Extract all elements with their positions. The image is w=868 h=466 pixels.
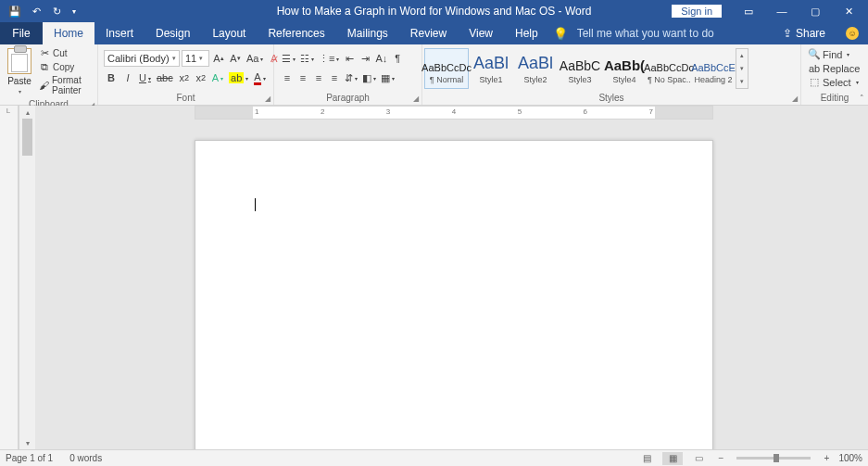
tell-me-icon[interactable]: 💡 — [549, 22, 572, 44]
tab-references[interactable]: References — [257, 22, 335, 44]
style-name: Style1 — [479, 75, 502, 84]
vertical-scrollbar[interactable]: ▴ ▾ — [19, 106, 35, 449]
save-icon[interactable]: 💾 — [6, 1, 24, 21]
find-label: Find — [823, 49, 842, 60]
web-layout-button[interactable]: ▭ — [688, 452, 709, 465]
tell-me-input[interactable]: Tell me what you want to do — [572, 22, 720, 44]
styles-scroll-up[interactable]: ▴ — [736, 49, 748, 62]
align-center-button[interactable]: ≡ — [296, 69, 310, 86]
select-label: Select — [823, 77, 851, 88]
maximize-button[interactable]: ▢ — [799, 1, 831, 21]
sign-in-button[interactable]: Sign in — [672, 5, 722, 18]
style-style1[interactable]: AaBlStyle1 — [469, 48, 513, 89]
group-label-editing: Editing — [801, 92, 868, 105]
shading-button[interactable]: ◧▾ — [360, 69, 378, 86]
font-size-combo[interactable]: 11▾ — [182, 50, 209, 67]
qat-customize-icon[interactable]: ▾ — [69, 1, 80, 21]
style-style3[interactable]: AaBbCStyle3 — [558, 48, 602, 89]
grow-font-button[interactable]: A▴ — [211, 50, 226, 67]
title-bar: 💾 ↶ ↻ ▾ How to Make a Graph in Word for … — [0, 0, 868, 22]
scissors-icon: ✂ — [39, 47, 50, 58]
tab-help[interactable]: Help — [504, 22, 549, 44]
tab-view[interactable]: View — [458, 22, 504, 44]
format-painter-button[interactable]: 🖌Format Painter — [37, 74, 92, 96]
italic-button[interactable]: I — [120, 69, 135, 86]
redo-button[interactable]: ↻ — [48, 1, 65, 21]
word-count[interactable]: 0 words — [69, 453, 102, 463]
print-layout-button[interactable]: ▦ — [662, 452, 683, 465]
replace-button[interactable]: abReplace — [807, 62, 862, 75]
read-mode-button[interactable]: ▤ — [636, 452, 657, 465]
style-heading-2[interactable]: AaBbCcEHeading 2 — [691, 48, 736, 89]
tab-file[interactable]: File — [0, 22, 43, 44]
style-no-spacing[interactable]: AaBbCcDc¶ No Spac... — [647, 48, 691, 89]
scroll-down-button[interactable]: ▾ — [19, 436, 35, 449]
horizontal-ruler[interactable]: 1 2 3 4 5 6 7 — [195, 106, 713, 120]
styles-scroll-down[interactable]: ▾ — [736, 62, 748, 75]
paragraph-dialog-launcher[interactable]: ◢ — [413, 94, 419, 103]
zoom-level[interactable]: 100% — [838, 453, 862, 463]
find-button[interactable]: 🔍Find▾ — [807, 48, 862, 61]
borders-button[interactable]: ▦▾ — [379, 69, 396, 86]
font-name-combo[interactable]: Calibri (Body)▾ — [104, 50, 180, 67]
highlight-button[interactable]: ab▾ — [227, 69, 250, 86]
collapse-ribbon-button[interactable]: ˄ — [860, 94, 864, 103]
strikethrough-button[interactable]: abc — [155, 69, 175, 86]
zoom-out-button[interactable]: − — [714, 452, 727, 465]
style-normal[interactable]: AaBbCcDc¶ Normal — [424, 48, 469, 89]
tab-mailings[interactable]: Mailings — [336, 22, 399, 44]
scroll-track[interactable] — [22, 119, 32, 436]
undo-button[interactable]: ↶ — [28, 1, 44, 21]
font-color-button[interactable]: A▾ — [252, 69, 267, 86]
minimize-button[interactable]: — — [766, 1, 798, 21]
numbering-button[interactable]: ☷▾ — [298, 50, 316, 67]
line-spacing-button[interactable]: ⇵▾ — [343, 69, 359, 86]
style-style2[interactable]: AaBlStyle2 — [513, 48, 558, 89]
bullets-button[interactable]: ☰▾ — [280, 50, 297, 67]
tab-design[interactable]: Design — [145, 22, 201, 44]
increase-indent-button[interactable]: ⇥ — [358, 50, 372, 67]
tab-home[interactable]: Home — [43, 22, 94, 44]
multilevel-list-button[interactable]: ⋮≡▾ — [317, 50, 341, 67]
document-area[interactable] — [19, 120, 851, 449]
styles-expand[interactable]: ▾ — [736, 75, 748, 88]
feedback-button[interactable]: ☺ — [837, 22, 868, 44]
bold-button[interactable]: B — [104, 69, 119, 86]
decrease-indent-button[interactable]: ⇤ — [342, 50, 357, 67]
share-button[interactable]: ⇪ Share — [772, 22, 837, 44]
tab-review[interactable]: Review — [399, 22, 458, 44]
sort-button[interactable]: A↓ — [373, 50, 389, 67]
zoom-slider[interactable] — [736, 457, 811, 460]
subscript-button[interactable]: x2 — [177, 69, 192, 86]
paste-button[interactable]: Paste ▾ — [6, 48, 33, 94]
tab-insert[interactable]: Insert — [94, 22, 145, 44]
justify-button[interactable]: ≡ — [327, 69, 342, 86]
change-case-button[interactable]: Aa▾ — [245, 50, 265, 67]
ruler-corner[interactable]: L — [4, 106, 13, 115]
tab-layout[interactable]: Layout — [201, 22, 257, 44]
page-number[interactable]: Page 1 of 1 — [6, 453, 53, 463]
superscript-button[interactable]: x2 — [194, 69, 208, 86]
cut-button[interactable]: ✂Cut — [37, 46, 92, 59]
ribbon-display-options-icon[interactable]: ▭ — [733, 1, 764, 21]
copy-button[interactable]: ⧉Copy — [37, 60, 92, 73]
close-button[interactable]: ✕ — [833, 1, 864, 21]
select-button[interactable]: ⬚Select▾ — [807, 76, 862, 89]
page[interactable] — [195, 140, 713, 449]
scroll-thumb[interactable] — [22, 119, 32, 156]
underline-button[interactable]: U▾ — [137, 69, 153, 86]
scroll-up-button[interactable]: ▴ — [19, 106, 35, 119]
show-hide-button[interactable]: ¶ — [390, 50, 405, 67]
smiley-icon: ☺ — [846, 27, 859, 40]
styles-dialog-launcher[interactable]: ◢ — [792, 94, 798, 103]
zoom-knob[interactable] — [774, 454, 779, 462]
shrink-font-button[interactable]: A▾ — [228, 50, 243, 67]
align-right-button[interactable]: ≡ — [311, 69, 326, 86]
style-style4[interactable]: AaBb(Style4 — [602, 48, 647, 89]
copy-label: Copy — [53, 62, 74, 72]
status-bar: Page 1 of 1 0 words ▤ ▦ ▭ − + 100% — [0, 449, 868, 466]
text-effects-button[interactable]: A▾ — [210, 69, 225, 86]
font-dialog-launcher[interactable]: ◢ — [265, 94, 270, 103]
zoom-in-button[interactable]: + — [820, 452, 833, 465]
align-left-button[interactable]: ≡ — [280, 69, 295, 86]
